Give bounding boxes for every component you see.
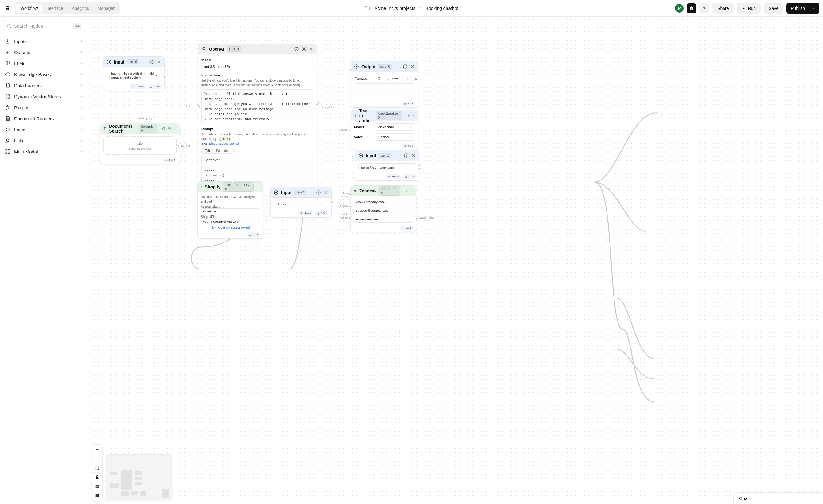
- tab-analytics[interactable]: Analytics: [67, 4, 93, 13]
- help-icon: [689, 6, 694, 10]
- play-icon: [742, 6, 745, 10]
- help-button[interactable]: [687, 3, 696, 13]
- folder-icon: [364, 6, 370, 11]
- topbar: Workflow Interface Analytics Manager Acm…: [0, 0, 823, 17]
- run-button[interactable]: Run: [737, 3, 761, 13]
- avatar[interactable]: P: [675, 4, 684, 13]
- app-logo-icon: [4, 5, 11, 12]
- breadcrumb-project[interactable]: Acme Inc.'s projects: [374, 6, 416, 11]
- tab-manager[interactable]: Manager: [93, 4, 119, 13]
- mode-tabs: Workflow Interface Analytics Manager: [15, 2, 120, 14]
- share-button[interactable]: Share: [712, 3, 733, 13]
- save-button[interactable]: Save: [764, 3, 783, 13]
- tab-interface[interactable]: Interface: [42, 4, 67, 13]
- cursor-icon: [702, 6, 707, 10]
- cursor-button[interactable]: [699, 3, 709, 13]
- breadcrumb-page[interactable]: Booking chatbot: [425, 6, 459, 11]
- publish-button[interactable]: Publish: [787, 3, 819, 14]
- tab-workflow[interactable]: Workflow: [16, 4, 42, 13]
- breadcrumb: Acme Inc.'s projects / Booking chatbot: [364, 6, 459, 11]
- breadcrumb-separator: /: [420, 6, 421, 11]
- chevron-down-icon: [811, 6, 815, 10]
- topbar-actions: P Share Run Save Publish: [675, 3, 819, 14]
